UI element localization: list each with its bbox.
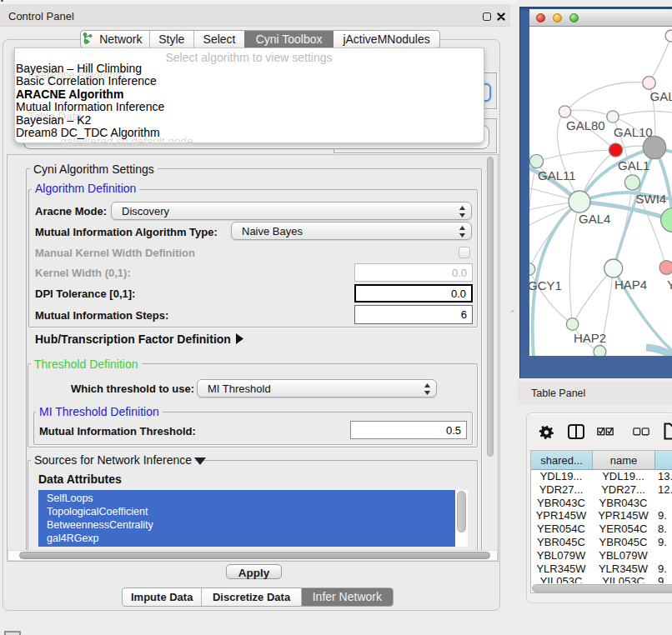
svg-text:HAP4: HAP4 xyxy=(614,278,647,292)
svg-text:GAL1: GAL1 xyxy=(618,158,649,172)
svg-text:GAL11: GAL11 xyxy=(538,168,576,182)
svg-text:GAL4: GAL4 xyxy=(579,212,610,226)
svg-text:GAL10: GAL10 xyxy=(614,125,653,139)
svg-text:GAL7: GAL7 xyxy=(650,89,672,103)
svg-text:GCY1: GCY1 xyxy=(529,278,562,292)
svg-text:GAL80: GAL80 xyxy=(566,118,605,132)
svg-text:Y: Y xyxy=(667,278,672,292)
svg-text:HAP2: HAP2 xyxy=(574,331,606,345)
svg-text:SWI4: SWI4 xyxy=(636,192,667,206)
